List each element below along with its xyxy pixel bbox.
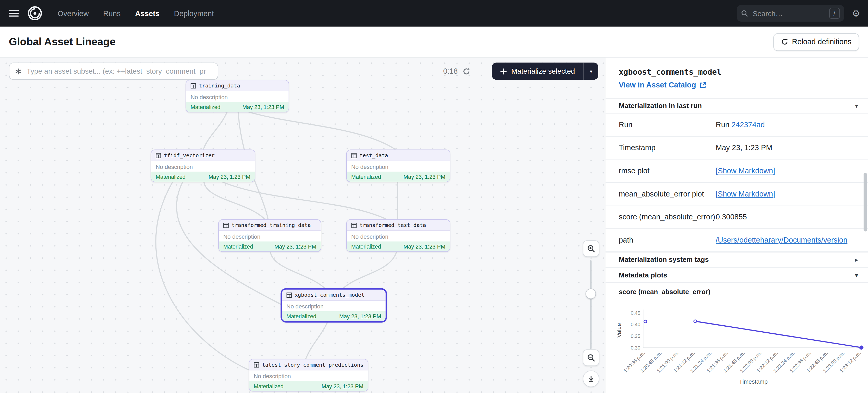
materialized-timestamp[interactable]: May 23, 1:23 PM (274, 243, 316, 249)
asset-filter-input[interactable] (26, 66, 212, 76)
materialized-timestamp[interactable]: May 23, 1:23 PM (404, 173, 445, 179)
asset-node-training_data[interactable]: training_data No description Materialize… (186, 79, 289, 112)
metadata-row-run: RunRun 242374ad (606, 113, 868, 136)
table-icon (286, 292, 292, 297)
section-materialization-last-run[interactable]: Materialization in last run ▾ (606, 98, 868, 114)
chevron-right-icon[interactable]: ▸ (855, 256, 858, 263)
chevron-down-icon[interactable]: ▾ (855, 272, 858, 279)
metadata-value: /Users/odetteharary/Documents/version (716, 236, 868, 244)
table-icon (223, 222, 228, 228)
materialized-status: Materialized (223, 243, 253, 249)
section-label: Materialization system tags (619, 256, 709, 264)
panel-scrollbar-thumb[interactable] (864, 173, 867, 232)
nav-item-deployment[interactable]: Deployment (174, 9, 214, 18)
view-in-asset-catalog-link[interactable]: View in Asset Catalog (619, 81, 706, 89)
asset-node-transformed_test_data[interactable]: transformed_test_data No description Mat… (346, 220, 451, 252)
refresh-now-icon[interactable] (463, 67, 470, 75)
table-icon (156, 153, 161, 158)
svg-text:0.45: 0.45 (630, 310, 640, 316)
settings-gear-icon[interactable]: ⚙ (852, 9, 860, 18)
metadata-key: score (mean_absolute_error) (606, 212, 716, 221)
nav-items: OverviewRunsAssetsDeployment (58, 9, 214, 18)
asset-node-xgboost_comments_model[interactable]: xgboost_comments_model No description Ma… (281, 289, 386, 322)
asset-node-name: transformed_test_data (360, 222, 426, 228)
download-view-button[interactable] (583, 370, 599, 387)
asset-node-name: transformed_training_data (231, 222, 311, 228)
materialize-dropdown-caret[interactable]: ▾ (583, 62, 598, 79)
materialized-status: Materialized (254, 383, 283, 389)
search-input[interactable] (752, 9, 826, 18)
zoom-in-button[interactable] (583, 240, 599, 257)
asset-node-transformed_training_data[interactable]: transformed_training_data No description… (218, 220, 321, 252)
materialized-status: Materialized (156, 173, 186, 179)
page-title: Global Asset Lineage (9, 36, 116, 48)
top-nav: OverviewRunsAssetsDeployment / ⚙ (0, 0, 868, 27)
section-metadata-plots[interactable]: Metadata plots ▾ (606, 267, 868, 283)
metadata-plot-title: score (mean_absolute_error) (619, 288, 711, 296)
metadata-value: 0.300855 (716, 212, 868, 221)
external-link-icon (699, 82, 706, 89)
materialized-timestamp[interactable]: May 23, 1:23 PM (321, 383, 364, 389)
asset-node-test_data[interactable]: test_data No description Materialized Ma… (346, 150, 451, 182)
materialized-timestamp[interactable]: May 23, 1:23 PM (209, 173, 250, 179)
table-icon (351, 153, 357, 158)
asset-node-description: No description (249, 370, 368, 381)
metadata-value-link[interactable]: [Show Markdown] (716, 167, 775, 175)
metadata-value: May 23, 1:23 PM (716, 144, 868, 152)
asset-node-description: No description (347, 231, 450, 241)
sparkle-icon (500, 68, 507, 75)
metadata-key: Run (606, 121, 716, 129)
metadata-row-rmse-plot: rmse plot[Show Markdown] (606, 160, 868, 183)
nav-item-assets[interactable]: Assets (135, 9, 160, 18)
table-icon (351, 222, 357, 228)
metadata-row-timestamp: TimestampMay 23, 1:23 PM (606, 137, 868, 160)
dagster-logo[interactable] (27, 5, 43, 22)
table-icon (191, 83, 196, 88)
materialized-timestamp[interactable]: May 23, 1:23 PM (339, 313, 381, 319)
materialized-status: Materialized (286, 313, 316, 319)
nav-item-overview[interactable]: Overview (58, 9, 89, 18)
asset-node-description: No description (151, 161, 255, 171)
nav-right: / ⚙ (737, 5, 860, 22)
global-search[interactable]: / (737, 5, 844, 22)
asset-node-header: tfidf_vectorizer (151, 150, 255, 161)
search-shortcut-key: / (829, 8, 840, 19)
asset-node-name: xgboost_comments_model (295, 292, 365, 298)
op-selector-icon (15, 68, 22, 75)
hamburger-menu-icon[interactable] (9, 10, 19, 17)
zoom-slider-handle[interactable] (586, 289, 596, 299)
dagster-app: OverviewRunsAssetsDeployment / ⚙ Global … (0, 0, 868, 393)
zoom-out-icon (587, 354, 595, 362)
metadata-value-link[interactable]: [Show Markdown] (716, 190, 775, 198)
zoom-slider-track[interactable] (590, 260, 591, 349)
asset-filter[interactable] (9, 62, 218, 79)
asset-node-tfidf_vectorizer[interactable]: tfidf_vectorizer No description Material… (151, 150, 255, 182)
nav-item-runs[interactable]: Runs (103, 9, 121, 18)
reload-definitions-label: Reload definitions (792, 38, 851, 46)
zoom-out-button[interactable] (583, 350, 599, 366)
svg-text:0.40: 0.40 (630, 322, 640, 327)
materialized-timestamp[interactable]: May 23, 1:23 PM (242, 104, 284, 110)
svg-text:0.30: 0.30 (630, 345, 640, 351)
metadata-value-link[interactable]: 242374ad (732, 121, 765, 129)
asset-node-footer: Materialized May 23, 1:23 PM (151, 172, 255, 182)
section-materialization-system-tags[interactable]: Materialization system tags ▸ (606, 252, 868, 267)
refresh-timer: 0:18 (443, 62, 470, 79)
chevron-down-icon[interactable]: ▾ (855, 102, 858, 109)
materialized-status: Materialized (351, 243, 381, 249)
asset-node-footer: Materialized May 23, 1:23 PM (219, 241, 320, 252)
asset-node-latest_story_comment_predictions[interactable]: latest_story_comment_predictions No desc… (249, 359, 368, 392)
asset-node-name: training_data (199, 83, 240, 89)
section-label: Materialization in last run (619, 102, 702, 109)
materialize-selected-button[interactable]: Materialize selected ▾ (492, 62, 598, 79)
reload-definitions-button[interactable]: Reload definitions (773, 33, 859, 51)
asset-node-footer: Materialized May 23, 1:23 PM (347, 241, 450, 252)
metadata-value-link[interactable]: /Users/odetteharary/Documents/version (716, 236, 847, 244)
asset-node-header: transformed_training_data (219, 220, 320, 231)
asset-node-description: No description (347, 161, 450, 171)
asset-node-footer: Materialized May 23, 1:23 PM (186, 102, 289, 112)
materialized-timestamp[interactable]: May 23, 1:23 PM (404, 243, 445, 249)
zoom-in-icon (587, 244, 595, 253)
asset-node-name: latest_story_comment_predictions (262, 361, 363, 367)
materialize-selected-main[interactable]: Materialize selected (492, 62, 583, 79)
